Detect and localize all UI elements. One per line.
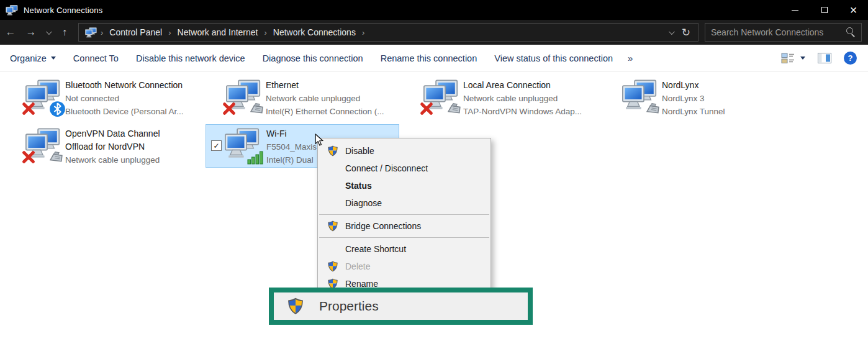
help-button[interactable]: ? [844,52,857,65]
network-bluetooth-disconnected-icon [25,78,61,114]
connection-status: NordLynx 3 [662,92,802,105]
toolbar-right-icons: ? [781,52,857,65]
view-tiles-icon [781,53,795,64]
wifi-signal-bars-icon [247,150,264,165]
breadcrumb-network-and-internet[interactable]: Network and Internet [173,27,263,37]
red-x-icon [22,102,35,116]
connection-name: Local Area Connection [463,79,603,92]
uac-shield-icon [327,145,338,156]
connection-item-nordlynx[interactable]: NordLynx NordLynx 3 NordLynx Tunnel [618,76,805,120]
network-wifi-icon [225,127,261,163]
uac-shield-icon [327,261,338,272]
refresh-button[interactable]: ↻ [682,27,690,38]
breadcrumb-chevron-icon: › [361,28,366,37]
rename-connection-button[interactable]: Rename this connection [372,53,486,63]
menu-item-create-shortcut[interactable]: Create Shortcut [318,240,491,258]
menu-item-disable[interactable]: Disable [318,142,491,160]
menu-item-diagnose[interactable]: Diagnose [318,194,491,212]
connection-device: TAP-NordVPN Windows Adap... [463,105,603,118]
menu-separator [319,214,489,215]
network-ethernet-disconnected-icon [25,127,61,163]
connections-list: Bluetooth Network Connection Not connect… [0,73,868,349]
window-title: Network Connections [24,6,102,15]
red-x-icon [420,102,433,116]
breadcrumb-chevron-icon: › [99,28,104,37]
command-toolbar: Organize Connect To Disable this network… [0,45,868,72]
change-view-button[interactable] [781,53,805,64]
mouse-cursor-icon [315,134,324,147]
preview-pane-button[interactable] [818,53,831,63]
menu-item-connect-disconnect[interactable]: Connect / Disconnect [318,160,491,177]
recent-locations-button[interactable] [41,20,55,45]
maximize-icon [821,7,828,13]
connection-status: Not connected [65,92,205,105]
title-bar: Network Connections × [0,0,868,20]
red-x-icon [22,150,35,164]
connection-name: Ethernet [266,79,405,92]
address-bar[interactable]: › Control Panel › Network and Internet ›… [78,23,698,42]
network-ethernet-icon [622,78,658,114]
dropdown-caret-icon [800,57,805,60]
connection-device: Bluetooth Device (Personal Ar... [65,105,205,118]
network-ethernet-disconnected-icon [226,78,262,114]
breadcrumb-network-connections[interactable]: Network Connections [268,27,361,37]
selection-checkbox[interactable]: ✓ [211,140,222,151]
minimize-button[interactable] [780,0,810,20]
network-connections-app-icon [6,5,18,16]
connection-item-bluetooth[interactable]: Bluetooth Network Connection Not connect… [22,76,208,120]
connection-item-local-area-connection[interactable]: Local Area Connection Network cable unpl… [420,76,606,120]
network-ethernet-disconnected-icon [423,78,459,114]
close-icon: × [850,4,857,16]
menu-item-delete: Delete [318,258,491,275]
connection-name: Bluetooth Network Connection [65,79,205,92]
search-box[interactable] [705,23,862,42]
properties-highlight-annotation[interactable]: Properties [269,288,533,325]
menu-separator [319,237,489,238]
navigation-bar: ← → ↑ › Control Panel › Network and Inte… [0,20,868,45]
back-arrow-icon: ← [6,26,16,39]
connection-device: Intel(R) Ethernet Connection (... [266,105,405,118]
forward-arrow-icon: → [26,26,37,39]
uac-shield-icon [287,297,304,315]
folder-location-icon [85,27,97,38]
breadcrumb-control-panel[interactable]: Control Panel [104,27,167,37]
connection-device: NordLynx Tunnel [662,105,802,118]
breadcrumb-chevron-icon: › [263,28,268,37]
forward-button[interactable]: → [21,20,41,45]
close-button[interactable]: × [839,0,868,20]
connection-item-ethernet[interactable]: Ethernet Network cable unplugged Intel(R… [222,76,409,120]
ethernet-plug-icon [645,101,661,117]
menu-item-bridge-connections[interactable]: Bridge Connections [318,217,491,235]
connection-status: Network cable unplugged [463,92,603,105]
connection-name: NordLynx [662,79,802,92]
connection-item-openvpn[interactable]: OpenVPN Data Channel Offload for NordVPN… [22,124,208,169]
disable-device-button[interactable]: Disable this network device [127,53,254,63]
connection-status: Network cable unplugged [266,92,405,105]
dropdown-caret-icon [51,57,56,60]
address-dropdown-chevron-icon[interactable] [669,29,675,35]
menu-item-status[interactable]: Status [318,177,491,194]
red-x-icon [222,102,236,116]
connect-to-button[interactable]: Connect To [65,53,127,63]
ethernet-plug-icon [48,150,64,165]
minimize-icon [792,10,798,11]
connection-status: Network cable unplugged [65,153,177,166]
maximize-button[interactable] [810,0,839,20]
ethernet-plug-icon [249,101,264,117]
search-input[interactable] [705,27,845,37]
up-arrow-icon: ↑ [62,27,67,38]
connection-name: OpenVPN Data Channel Offload for NordVPN [65,127,177,153]
toolbar-overflow-button[interactable]: » [622,53,639,63]
checkmark-icon: ✓ [213,142,219,150]
back-button[interactable]: ← [0,20,21,45]
chevron-down-icon [45,29,52,35]
breadcrumb-chevron-icon: › [167,28,172,37]
view-status-button[interactable]: View status of this connection [486,53,622,63]
uac-shield-icon [327,220,338,232]
ethernet-plug-icon [446,101,462,117]
up-button[interactable]: ↑ [55,20,75,45]
bluetooth-icon [49,101,66,117]
search-icon[interactable] [845,27,856,38]
organize-button[interactable]: Organize [0,53,65,63]
diagnose-connection-button[interactable]: Diagnose this connection [254,53,372,63]
